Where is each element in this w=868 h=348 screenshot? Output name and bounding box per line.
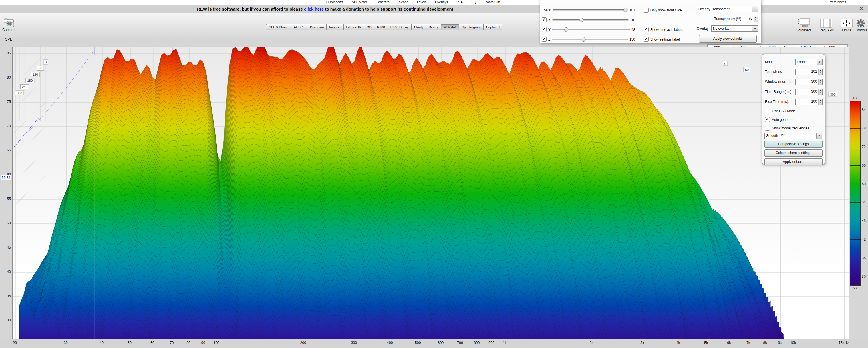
- toolbar-button-controls[interactable]: Controls: [855, 17, 867, 32]
- auto-generate-checkbox[interactable]: [765, 117, 770, 122]
- y-rotation-checkbox[interactable]: [542, 27, 547, 32]
- camera-icon: [2, 16, 14, 28]
- freq-tick-70: 70: [170, 341, 174, 345]
- menu-item-ir-windows[interactable]: IR Windows: [326, 0, 343, 4]
- capture-button[interactable]: Capture: [2, 16, 14, 32]
- tab-all-spl[interactable]: All SPL: [291, 24, 307, 30]
- freq-tick-10k: 10k: [790, 341, 796, 345]
- tab-waterfall[interactable]: Waterfall: [441, 24, 459, 30]
- z-rotation-slider[interactable]: [552, 37, 628, 42]
- freq-tick-6k: 6k: [727, 341, 731, 345]
- toolbar-button-scrollbars[interactable]: Scrollbars: [796, 17, 811, 32]
- slice-slider-thumb[interactable]: [624, 8, 627, 12]
- banner-text-after: to make a donation to help support its c…: [324, 6, 453, 11]
- show-settings-label-checkbox[interactable]: [644, 37, 649, 42]
- freq-tick-60: 60: [150, 341, 154, 345]
- slice-slider[interactable]: [553, 8, 628, 12]
- slice-display-dropdown[interactable]: Overlay Transparent▼: [697, 6, 758, 12]
- menu-item-rta[interactable]: RTA: [456, 0, 463, 4]
- overlay-label: Overlay:: [697, 27, 710, 31]
- menu-item-levels[interactable]: Levels: [417, 0, 427, 4]
- colorbar-tickline-42: [850, 239, 861, 240]
- menu-item-eq[interactable]: EQ: [471, 0, 476, 4]
- colorbar-tickline-54: [850, 202, 861, 203]
- menu-item-preferences[interactable]: Preferences: [829, 0, 846, 4]
- spl-tick-40: 40: [0, 270, 11, 274]
- spin-up-icon[interactable]: ▲: [818, 99, 822, 102]
- x-slider-thumb[interactable]: [580, 18, 583, 22]
- z-slider-thumb[interactable]: [582, 37, 586, 42]
- colorbar-ticklabel-30: 30: [862, 274, 866, 279]
- total-slices-spinner[interactable]: 101▲▼: [795, 68, 823, 75]
- only-front-slice-checkbox[interactable]: [644, 8, 649, 12]
- transparency-spinner[interactable]: 75▲▼: [743, 16, 758, 22]
- rise-time-spinner[interactable]: 100▲▼: [795, 98, 823, 105]
- overlay-dropdown[interactable]: No overlay▼: [711, 25, 758, 32]
- freq-tick-15kHz: 15kHz: [839, 341, 848, 345]
- x-rotation-checkbox[interactable]: [542, 18, 547, 22]
- z-rotation-checkbox[interactable]: [542, 37, 547, 42]
- time-range-spinner[interactable]: 300▲▼: [795, 89, 823, 95]
- time-label: 300: [830, 93, 835, 96]
- time-label: 180: [27, 79, 33, 82]
- time-label: 0: [45, 61, 46, 64]
- tab-clarity[interactable]: Clarity: [411, 24, 426, 30]
- colour-scheme-settings-button[interactable]: Colour scheme settings: [765, 149, 823, 156]
- y-slider-thumb[interactable]: [564, 27, 568, 32]
- spin-up-icon[interactable]: ▲: [818, 79, 822, 82]
- spin-up-icon[interactable]: ▲: [818, 69, 822, 72]
- colorbar-ticklabel-78: 78: [862, 126, 866, 130]
- menu-item-generator[interactable]: Generator: [376, 0, 391, 4]
- spin-down-icon[interactable]: ▼: [818, 92, 822, 94]
- toolbar-button-limits[interactable]: Limits: [840, 17, 853, 32]
- tab-distortion[interactable]: Distortion: [307, 24, 327, 30]
- smoothing-dropdown[interactable]: Smooth 1/24▼: [765, 133, 822, 139]
- mode-dropdown[interactable]: Fourier▼: [795, 59, 823, 65]
- use-csd-checkbox[interactable]: [765, 109, 770, 113]
- spl-tick-30: 30: [0, 318, 11, 322]
- spin-down-icon[interactable]: ▼: [754, 19, 757, 22]
- tab-gd[interactable]: GD: [364, 24, 374, 30]
- window-ms-spinner[interactable]: 300▲▼: [795, 79, 823, 85]
- freq-tick-700: 700: [457, 341, 463, 345]
- tab-decay[interactable]: Decay: [426, 24, 441, 30]
- toolbar-button-label: Controls: [855, 28, 867, 32]
- spin-down-icon[interactable]: ▼: [818, 82, 822, 85]
- x-rotation-slider[interactable]: [552, 18, 628, 22]
- y-rotation-slider[interactable]: [552, 27, 630, 32]
- tab-rt60[interactable]: RT60: [374, 24, 388, 30]
- show-modal-checkbox[interactable]: [765, 126, 770, 130]
- perspective-settings-button[interactable]: Perspective settings: [765, 141, 823, 148]
- waterfall-plot[interactable]: 006060120120180180240240300300: [12, 47, 849, 339]
- toolbar-button-freq-axis[interactable]: Freq. Axis: [818, 17, 834, 32]
- menu-item-room-sim[interactable]: Room Sim: [485, 0, 500, 4]
- show-time-axis-checkbox[interactable]: [644, 27, 649, 32]
- apply-defaults-button[interactable]: Apply defaults: [765, 158, 823, 166]
- spin-up-icon[interactable]: ▲: [818, 89, 822, 92]
- spin-up-icon[interactable]: ▲: [754, 16, 757, 19]
- window-ms-label: Window (ms):: [765, 80, 786, 84]
- menu-item-scope[interactable]: Scope: [399, 0, 408, 4]
- tab-impulse[interactable]: Impulse: [326, 24, 343, 30]
- freq-tick-7k: 7k: [746, 341, 750, 345]
- use-csd-label: Use CSD Mode: [772, 109, 796, 113]
- apply-view-defaults-button[interactable]: Apply view defaults: [699, 35, 757, 42]
- spin-down-icon[interactable]: ▼: [818, 102, 822, 105]
- rise-time-label: Rise Time (ms):: [765, 100, 789, 104]
- tab-rt60-decay[interactable]: RT60 Decay: [388, 24, 411, 30]
- tab-captured[interactable]: Captured: [483, 24, 502, 30]
- gear-icon: [856, 17, 866, 28]
- menu-item-overlays[interactable]: Overlays: [435, 0, 448, 4]
- tab-spectrogram[interactable]: Spectrogram: [459, 24, 483, 30]
- spin-down-icon[interactable]: ▼: [818, 72, 822, 75]
- tab-filtered-ir[interactable]: Filtered IR: [343, 24, 364, 30]
- tab-spl-phase[interactable]: SPL & Phase: [266, 24, 291, 30]
- show-settings-label-label: Show settings label: [650, 37, 680, 41]
- menu-item-spl-meter[interactable]: SPL Meter: [352, 0, 367, 4]
- rise-time-value: 100: [796, 99, 818, 105]
- freq-tick-300: 300: [351, 341, 357, 345]
- banner-close-icon[interactable]: ✕: [859, 6, 863, 12]
- only-front-slice-label: Only show front slice: [650, 8, 682, 12]
- donate-link[interactable]: click here: [304, 6, 324, 11]
- x-slider-value: -10: [630, 18, 635, 22]
